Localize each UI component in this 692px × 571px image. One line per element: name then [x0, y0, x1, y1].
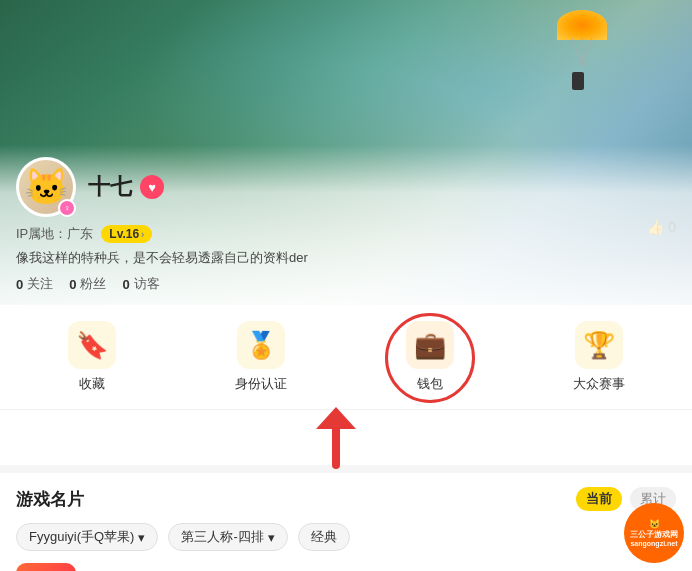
collect-icon-wrap: 🔖 [68, 321, 116, 369]
avatar-wrap: 🐱 ♀ [16, 157, 76, 217]
actions-wrapper: 🔖 收藏 🏅 身份认证 💼 钱包 [0, 305, 692, 465]
game-card-thumbnail: 热血毒圈V [16, 563, 76, 571]
user-row: 🐱 ♀ 十七 ♥ [16, 157, 676, 217]
watermark-line1: 三公子游戏网 [630, 529, 678, 540]
svg-marker-4 [316, 407, 356, 429]
tournament-label: 大众赛事 [573, 375, 625, 393]
username: 十七 [88, 172, 132, 202]
filter-row: Fyyguiyi(手Q苹果) ▾ 第三人称-四排 ▾ 经典 [16, 523, 676, 551]
white-section: 🔖 收藏 🏅 身份认证 💼 钱包 [0, 305, 692, 465]
game-section-header: 游戏名片 当前 累计 [16, 487, 676, 511]
filter-dropdown-2[interactable]: 第三人称-四排 ▾ [168, 523, 287, 551]
red-arrow-svg [286, 405, 386, 475]
ip-row: IP属地：广东 Lv.16 › [16, 225, 676, 243]
wallet-icon-wrap: 💼 [406, 321, 454, 369]
filter-tag-classic[interactable]: 经典 [298, 523, 350, 551]
collect-icon: 🔖 [76, 330, 108, 361]
ip-label: IP属地：广东 [16, 225, 93, 243]
username-group: 十七 ♥ [88, 172, 164, 202]
visitor-count: 0 [122, 277, 129, 292]
visitor-stat[interactable]: 0 访客 [122, 275, 159, 293]
quick-actions: 🔖 收藏 🏅 身份认证 💼 钱包 [0, 305, 692, 410]
watermark-icon: 🐱 [649, 519, 660, 529]
action-tournament[interactable]: 🏆 大众赛事 [573, 321, 625, 393]
watermark-domain: sangongzi.net [630, 540, 677, 547]
level-tag[interactable]: Lv.16 › [101, 225, 152, 243]
svg-line-0 [572, 38, 582, 66]
follow-count: 0 [16, 277, 23, 292]
arrow-section [0, 410, 692, 465]
user-info-overlay: 🐱 ♀ 十七 ♥ IP属地：广东 Lv.16 › 像我这样的特种兵，是不会轻易透… [0, 145, 692, 305]
identity-icon: 🏅 [245, 330, 277, 361]
stats-row: 0 关注 0 粉丝 0 访客 [16, 275, 676, 293]
filter-dropdown-1[interactable]: Fyyguiyi(手Q苹果) ▾ [16, 523, 158, 551]
visitor-label: 访客 [134, 275, 160, 293]
collect-label: 收藏 [79, 375, 105, 393]
svg-line-2 [582, 38, 592, 66]
fans-stat[interactable]: 0 粉丝 [69, 275, 106, 293]
tab-current[interactable]: 当前 [576, 487, 622, 511]
fans-label: 粉丝 [80, 275, 106, 293]
fans-count: 0 [69, 277, 76, 292]
game-section: 游戏名片 当前 累计 Fyyguiyi(手Q苹果) ▾ 第三人称-四排 ▾ 经典… [0, 473, 692, 571]
follow-label: 关注 [27, 275, 53, 293]
section-title: 游戏名片 [16, 488, 84, 511]
identity-icon-wrap: 🏅 [237, 321, 285, 369]
bio-text: 像我这样的特种兵，是不会轻易透露自己的资料der [16, 249, 676, 267]
username-row: 十七 ♥ [88, 172, 164, 202]
heart-icon: ♥ [140, 175, 164, 199]
hero-banner: 👍 0 🐱 ♀ 十七 ♥ IP属地：广东 [0, 0, 692, 305]
chevron-right-icon: › [141, 229, 144, 240]
wallet-label: 钱包 [417, 375, 443, 393]
tournament-icon-wrap: 🏆 [575, 321, 623, 369]
avatar-gender-badge: ♀ [58, 199, 76, 217]
parachute-decoration [552, 10, 612, 90]
watermark: 🐱 三公子游戏网 sangongzi.net [624, 503, 684, 563]
wallet-icon: 💼 [414, 330, 446, 361]
game-card-row: 热血毒圈V [16, 551, 676, 571]
follow-stat[interactable]: 0 关注 [16, 275, 53, 293]
dropdown-chevron-icon-2: ▾ [268, 530, 275, 545]
action-collect[interactable]: 🔖 收藏 [68, 321, 116, 393]
identity-label: 身份认证 [235, 375, 287, 393]
action-wallet[interactable]: 💼 钱包 [406, 321, 454, 393]
tournament-icon: 🏆 [583, 330, 615, 361]
dropdown-chevron-icon: ▾ [138, 530, 145, 545]
action-identity[interactable]: 🏅 身份认证 [235, 321, 287, 393]
